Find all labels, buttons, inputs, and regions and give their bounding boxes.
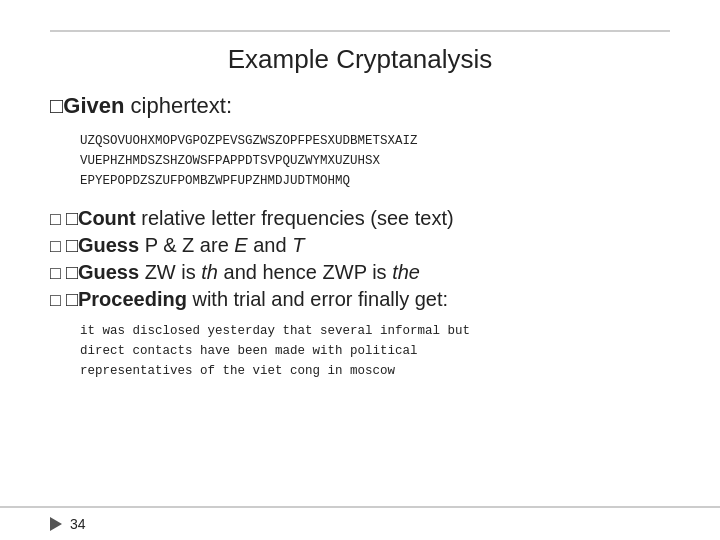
- bullet-guess2: □Guess ZW is th and hence ZWP is the: [50, 261, 670, 284]
- bullet-count: □Count relative letter frequencies (see …: [50, 207, 670, 230]
- guess2-em: th: [201, 261, 218, 283]
- decoded-block: it was disclosed yesterday that several …: [80, 321, 670, 381]
- cipher-line-2: VUEPHZHMDSZSHZOWSFPAPPDTSVPQUZWYMXUZUHSX: [80, 151, 670, 171]
- count-prefix: □Count: [66, 207, 141, 229]
- guess1-em1: E: [234, 234, 247, 256]
- given-label: □Given ciphertext:: [50, 93, 232, 119]
- bottom-area: 34: [0, 506, 720, 540]
- page-number: 34: [70, 516, 86, 532]
- decoded-line-1: it was disclosed yesterday that several …: [80, 321, 670, 341]
- given-section-header: □Given ciphertext:: [50, 93, 670, 127]
- guess2-em2: the: [392, 261, 420, 283]
- triangle-icon: [50, 517, 62, 531]
- given-text: ciphertext:: [131, 93, 233, 118]
- proceeding-text: with trial and error finally get:: [192, 288, 448, 310]
- guess2-prefix: □Guess: [66, 261, 145, 283]
- guess2-rest: and hence ZWP is: [218, 261, 392, 283]
- guess1-em2: T: [292, 234, 304, 256]
- slide-title: Example Cryptanalysis: [50, 44, 670, 75]
- page-number-row: 34: [0, 508, 720, 540]
- proceeding-prefix: □Proceeding: [66, 288, 193, 310]
- guess1-mid: and: [248, 234, 292, 256]
- ciphertext-block: UZQSOVUOHXMOPVGPOZPEVSGZWSZOPFPESXUDBMET…: [80, 131, 670, 191]
- decoded-line-3: representatives of the viet cong in mosc…: [80, 361, 670, 381]
- guess2-plain: ZW is: [145, 261, 202, 283]
- cipher-line-1: UZQSOVUOHXMOPVGPOZPEVSGZWSZOPFPESXUDBMET…: [80, 131, 670, 151]
- decoded-line-2: direct contacts have been made with poli…: [80, 341, 670, 361]
- guess1-plain: P & Z are: [145, 234, 235, 256]
- cipher-line-3: EPYEPOPDZSZUFPOMBZWPFUPZHMDJUDTMOHMQ: [80, 171, 670, 191]
- top-divider: [50, 30, 670, 32]
- given-prefix: □Given: [50, 93, 124, 118]
- guess1-prefix: □Guess: [66, 234, 145, 256]
- bullet-list: □Count relative letter frequencies (see …: [50, 207, 670, 311]
- slide: Example Cryptanalysis □Given ciphertext:…: [0, 0, 720, 540]
- bullet-proceeding: □Proceeding with trial and error finally…: [50, 288, 670, 311]
- count-text: relative letter frequencies (see text): [141, 207, 453, 229]
- bullet-guess1: □Guess P & Z are E and T: [50, 234, 670, 257]
